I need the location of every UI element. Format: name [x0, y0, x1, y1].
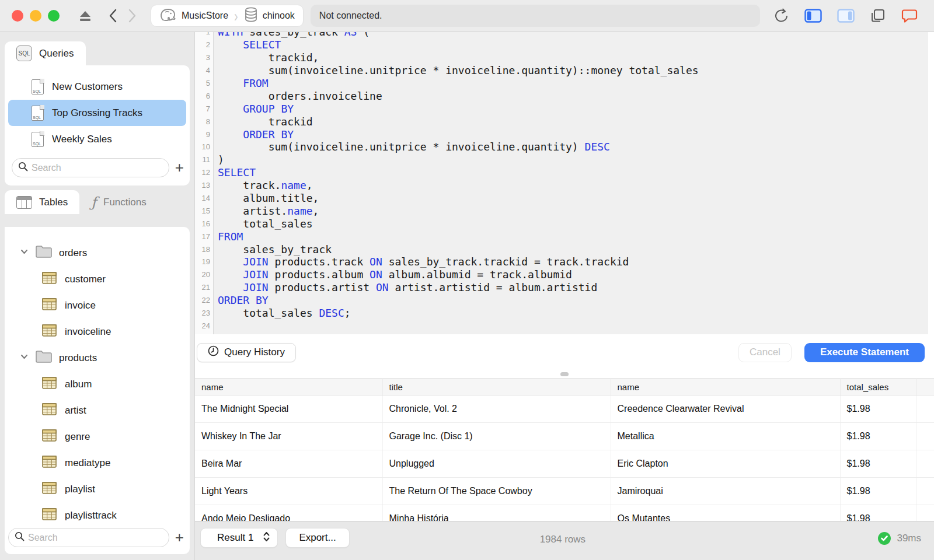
eject-icon[interactable] — [78, 9, 92, 22]
pane-splitter[interactable] — [195, 370, 934, 378]
table-playlisttrack[interactable]: playlisttrack — [8, 502, 186, 528]
window-tabs-icon[interactable] — [870, 8, 886, 23]
splitter-handle-icon[interactable] — [560, 372, 569, 376]
code-line-22[interactable]: 22ORDER BY — [195, 294, 934, 307]
table-cell[interactable]: $1.98 — [840, 423, 916, 450]
table-row[interactable]: Light YearsThe Return Of The Space Cowbo… — [195, 478, 934, 505]
chevron-down-icon[interactable] — [20, 352, 29, 364]
code-line-19[interactable]: 19 JOIN products.track ON sales_by_track… — [195, 256, 934, 268]
execute-statement-button[interactable]: Execute Statement — [804, 343, 925, 362]
table-cell[interactable]: Os Mutantes — [611, 505, 840, 522]
code-line-5[interactable]: 5 FROM — [195, 77, 934, 90]
table-row[interactable]: Ando Meio DesligadoMinha HistóriaOs Muta… — [195, 505, 934, 522]
code-line-24[interactable]: 24 — [195, 319, 934, 332]
forward-button[interactable] — [128, 9, 137, 23]
code-line-9[interactable]: 9 ORDER BY — [195, 128, 934, 141]
table-cell[interactable]: $1.98 — [840, 478, 916, 505]
table-cell[interactable]: Metallica — [611, 423, 840, 450]
tables-search[interactable] — [8, 528, 169, 547]
chevron-down-icon[interactable] — [20, 247, 29, 259]
result-selector[interactable]: Result 1 — [200, 528, 278, 548]
schema-products[interactable]: products — [8, 345, 186, 371]
table-cell[interactable]: Unplugged — [382, 450, 611, 478]
add-query-button[interactable]: + — [175, 160, 184, 176]
code-line-18[interactable]: 18 sales_by_track — [195, 243, 934, 256]
table-cell[interactable]: Creedence Clearwater Revival — [611, 396, 840, 423]
code-line-13[interactable]: 13 track.name, — [195, 179, 934, 192]
code-line-2[interactable]: 2 SELECT — [195, 38, 934, 51]
table-cell[interactable]: $1.98 — [840, 505, 916, 522]
tab-functions[interactable]: ƒ Functions — [79, 190, 158, 214]
tab-tables[interactable]: Tables — [5, 190, 79, 214]
zoom-window-button[interactable] — [48, 10, 60, 22]
table-cell[interactable]: Eric Clapton — [611, 450, 840, 478]
table-cell[interactable]: The Return Of The Space Cowboy — [382, 478, 611, 505]
table-cell[interactable]: Chronicle, Vol. 2 — [382, 396, 611, 423]
table-row[interactable]: The Midnight SpecialChronicle, Vol. 2Cre… — [195, 396, 934, 423]
table-album[interactable]: album — [8, 371, 186, 397]
column-header-title[interactable]: title — [382, 379, 611, 396]
code-line-6[interactable]: 6 orders.invoiceline — [195, 89, 934, 102]
table-cell[interactable]: The Midnight Special — [195, 396, 382, 423]
code-line-15[interactable]: 15 artist.name, — [195, 204, 934, 217]
table-cell[interactable]: Ando Meio Desligado — [195, 505, 382, 522]
table-cell[interactable]: $1.98 — [840, 396, 916, 423]
table-cell[interactable]: Garage Inc. (Disc 1) — [382, 423, 611, 450]
code-line-8[interactable]: 8 trackid — [195, 115, 934, 128]
line-number: 15 — [195, 206, 210, 215]
table-artist[interactable]: artist — [8, 397, 186, 424]
row-count: 1984 rows — [540, 534, 586, 545]
column-header-name[interactable]: name — [611, 379, 840, 396]
close-window-button[interactable] — [12, 10, 23, 22]
query-item-top-grossing-tracks[interactable]: SQLTop Grossing Tracks — [8, 100, 186, 126]
minimize-window-button[interactable] — [30, 10, 41, 22]
code-line-17[interactable]: 17FROM — [195, 230, 934, 243]
toggle-right-sidebar-icon[interactable] — [837, 9, 855, 23]
code-line-20[interactable]: 20 JOIN products.album ON album.albumid … — [195, 268, 934, 281]
table-row[interactable]: Whiskey In The JarGarage Inc. (Disc 1)Me… — [195, 423, 934, 450]
table-customer[interactable]: customer — [8, 266, 186, 292]
breadcrumb-server[interactable]: MusicStore — [159, 7, 228, 24]
table-genre[interactable]: genre — [8, 424, 186, 450]
refresh-icon[interactable] — [774, 8, 789, 24]
table-invoice[interactable]: invoice — [8, 292, 186, 318]
code-line-4[interactable]: 4 sum(invoiceline.unitprice * invoicelin… — [195, 64, 934, 77]
code-line-16[interactable]: 16 total_sales — [195, 217, 934, 230]
column-header-total-sales[interactable]: total_sales — [840, 379, 916, 396]
table-row[interactable]: Beira MarUnpluggedEric Clapton$1.98 — [195, 450, 934, 478]
code-line-14[interactable]: 14 album.title, — [195, 192, 934, 205]
table-cell[interactable]: Light Years — [195, 478, 382, 505]
code-line-11[interactable]: 11) — [195, 153, 934, 166]
query-history-button[interactable]: Query History — [197, 343, 296, 362]
column-header-name[interactable]: name — [195, 379, 382, 396]
code-line-7[interactable]: 7 GROUP BY — [195, 102, 934, 115]
table-cell[interactable]: $1.98 — [840, 450, 916, 478]
table-cell[interactable]: Beira Mar — [195, 450, 382, 478]
query-item-new-customers[interactable]: SQLNew Customers — [8, 74, 186, 100]
schema-orders[interactable]: orders — [8, 240, 186, 266]
toggle-left-sidebar-icon[interactable] — [804, 9, 822, 23]
query-item-weekly-sales[interactable]: SQLWeekly Sales — [8, 126, 186, 152]
breadcrumb-database[interactable]: chinook — [244, 6, 295, 25]
queries-search[interactable] — [12, 158, 169, 177]
table-cell[interactable]: Jamiroquai — [611, 478, 840, 505]
code-line-1[interactable]: 1WITH sales_by_track AS ( — [195, 32, 934, 38]
queries-search-input[interactable] — [32, 163, 163, 173]
add-table-button[interactable]: + — [175, 530, 184, 546]
export-button[interactable]: Export... — [285, 528, 349, 548]
code-line-21[interactable]: 21 JOIN products.artist ON artist.artist… — [195, 281, 934, 294]
sql-editor[interactable]: 1WITH sales_by_track AS (2 SELECT3 track… — [195, 32, 934, 334]
code-line-12[interactable]: 12SELECT — [195, 166, 934, 179]
table-mediatype[interactable]: mediatype — [8, 450, 186, 476]
table-playlist[interactable]: playlist — [8, 476, 186, 502]
back-button[interactable] — [109, 9, 117, 23]
feedback-chat-icon[interactable] — [901, 8, 918, 23]
code-line-23[interactable]: 23 total_sales DESC; — [195, 307, 934, 320]
code-line-3[interactable]: 3 trackid, — [195, 51, 934, 64]
table-cell[interactable]: Minha História — [382, 505, 611, 522]
table-cell[interactable]: Whiskey In The Jar — [195, 423, 382, 450]
table-invoiceline[interactable]: invoiceline — [8, 318, 186, 345]
tab-queries[interactable]: SQL Queries — [5, 41, 86, 65]
tables-search-input[interactable] — [28, 533, 163, 543]
code-line-10[interactable]: 10 sum(invoiceline.unitprice * invoiceli… — [195, 141, 934, 153]
